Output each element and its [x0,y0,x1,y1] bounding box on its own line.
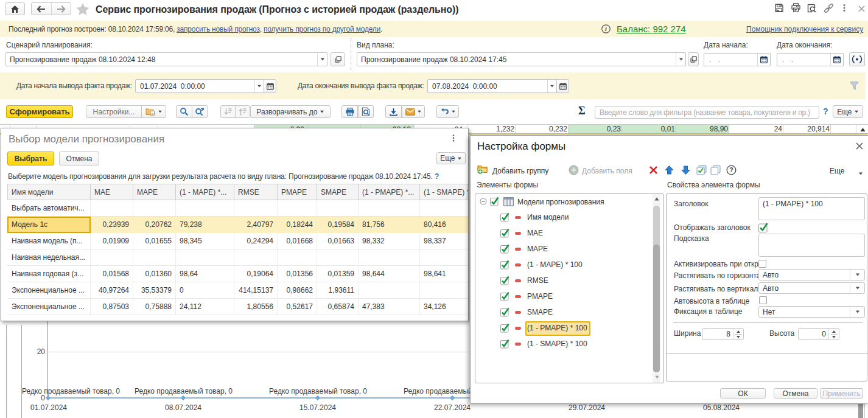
svg-text:i: i [605,26,607,32]
svg-text:?: ? [729,166,733,173]
